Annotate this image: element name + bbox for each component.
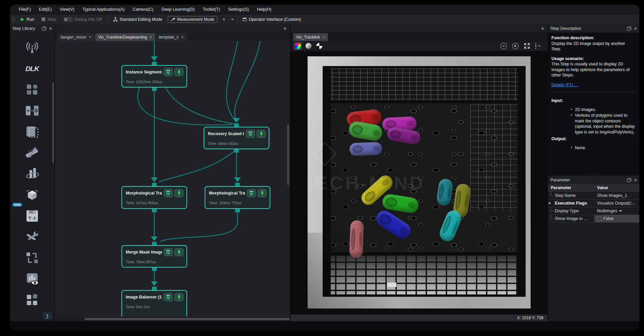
- run-step-button[interactable]: [174, 293, 183, 301]
- contrast-render-button[interactable]: [315, 42, 323, 50]
- menu-item-edit[interactable]: Edit(E): [36, 5, 55, 14]
- collapse-step-button[interactable]: [246, 130, 255, 138]
- viewer-more-menu[interactable]: [535, 43, 541, 49]
- node-morphological-transform-2[interactable]: Morphological Transfo... Time: 159ms 779…: [205, 186, 270, 209]
- node-instance-segmentation[interactable]: Instance Segmentatio... Time: 12915ms 26…: [121, 65, 187, 88]
- display-type-dropdown[interactable]: MultiImges: [594, 209, 639, 213]
- stop-button[interactable]: Stop: [40, 16, 58, 23]
- fit-view-icon[interactable]: [524, 43, 530, 49]
- mode-dropdown-caret[interactable]: [231, 19, 234, 20]
- run-step-button[interactable]: [258, 189, 267, 197]
- menu-item-help[interactable]: Help(H): [254, 5, 275, 14]
- node-image-balancer[interactable]: Image Balancer (1) Time: 0ms 2us: [121, 290, 187, 317]
- tab-close-icon[interactable]: ×: [150, 35, 152, 40]
- node-morphological-transform-1[interactable]: Morphological Transfo... Time: 147ms 955…: [121, 186, 187, 209]
- menu-item-typical-applications[interactable]: Typical Applications(A): [79, 5, 128, 14]
- library-item-save-load[interactable]: [10, 206, 54, 227]
- menu-item-camera[interactable]: Camera(C): [129, 5, 157, 14]
- flow-vertical-scrollbar[interactable]: [287, 125, 289, 185]
- node-merge-mask-images[interactable]: Merge Mask Images (1) Time: 75ms 907us: [121, 245, 187, 268]
- library-item-pose-adjust[interactable]: [10, 163, 54, 184]
- flow-horizontal-scrollbar[interactable]: [55, 317, 290, 321]
- menu-item-view[interactable]: View(V): [56, 5, 78, 14]
- library-item-visualization[interactable]: [10, 269, 54, 290]
- input-port[interactable]: [235, 183, 240, 186]
- tab-close-icon[interactable]: ×: [323, 35, 325, 40]
- close-panel-icon[interactable]: ×: [49, 26, 52, 31]
- tab-close-icon[interactable]: ×: [181, 35, 184, 40]
- library-item-tools[interactable]: [10, 226, 54, 247]
- tab-template-x[interactable]: template_x×: [156, 33, 187, 41]
- library-item-convert[interactable]: [10, 247, 54, 269]
- input-port[interactable]: [152, 183, 157, 186]
- gray-render-button[interactable]: [305, 42, 313, 50]
- step-name-value[interactable]: Show Images_1: [594, 193, 639, 198]
- collapse-step-button[interactable]: [164, 293, 173, 301]
- viewer-panel-close-icon[interactable]: ×: [541, 26, 544, 31]
- menu-item-deep-learning[interactable]: Deep Learning(D): [158, 5, 198, 14]
- cursor-coordinates: X: 1018 Y: 738: [517, 316, 543, 320]
- float-panel-icon[interactable]: [627, 178, 631, 182]
- run-button[interactable]: Run: [19, 16, 36, 23]
- flow-panel-close-icon[interactable]: ×: [283, 26, 286, 31]
- flow-canvas[interactable]: Instance Segmentatio... Time: 12915ms 26…: [55, 41, 290, 317]
- run-step-button[interactable]: [257, 130, 266, 138]
- menu-item-toolkit[interactable]: Toolkit(T): [200, 5, 223, 14]
- output-port[interactable]: [152, 268, 157, 271]
- sidebar-expand-button[interactable]: ❯: [43, 313, 52, 319]
- dock-splitter[interactable]: ······: [548, 172, 639, 176]
- output-port[interactable]: [234, 149, 239, 153]
- library-item-new-package[interactable]: NEW: [10, 184, 54, 206]
- tab-vis-tracklink-deeplearning[interactable]: Vis_Tracklink/Deeplearning×: [95, 33, 155, 41]
- execution-flags-value[interactable]: Visualize Output|C...: [594, 201, 639, 206]
- menu-item-settings[interactable]: Settings(S): [225, 5, 252, 14]
- expand-row-icon[interactable]: [549, 202, 551, 205]
- tab-vis-tracklink[interactable]: Vis_Tracklink×: [293, 33, 328, 41]
- node-recovery-scaled-image[interactable]: Recovery Scaled Ima... Time: 69ms 433us: [204, 127, 269, 149]
- details-link[interactable]: Details (F1) ...: [551, 82, 578, 87]
- run-step-button[interactable]: [174, 68, 183, 76]
- image-view-area[interactable]: MECH-MIND: [290, 51, 547, 315]
- debug-toggle[interactable]: Debug Info Off: [61, 16, 104, 23]
- ruler-pencil-icon: [25, 146, 40, 160]
- collapse-step-button[interactable]: [164, 189, 173, 197]
- input-port[interactable]: [152, 287, 157, 290]
- menu-item-file[interactable]: File(F): [15, 5, 34, 14]
- collapse-step-button[interactable]: [247, 189, 256, 197]
- library-item-misc[interactable]: [10, 289, 54, 311]
- tab-liangan-vision[interactable]: liangan_vision×: [58, 33, 95, 41]
- sidebar-scrollbar[interactable]: [52, 83, 54, 163]
- run-step-button[interactable]: [174, 189, 183, 197]
- standard-editing-mode-button[interactable]: Standard Editing Mode: [111, 16, 164, 23]
- tab-close-icon[interactable]: ×: [89, 35, 92, 40]
- float-panel-icon[interactable]: [42, 26, 46, 31]
- output-port[interactable]: [152, 88, 157, 91]
- input-port[interactable]: [152, 62, 157, 65]
- color-render-button[interactable]: [294, 42, 302, 50]
- input-port[interactable]: [234, 123, 239, 127]
- library-item-basic-steps[interactable]: [10, 79, 54, 100]
- library-item-measure[interactable]: [10, 142, 54, 163]
- output-port[interactable]: [235, 209, 240, 212]
- show-image-checkbox-cell[interactable]: False: [594, 215, 639, 222]
- float-panel-icon[interactable]: [627, 26, 631, 31]
- measurement-mode-button[interactable]: Measurement Mode: [168, 16, 217, 23]
- close-panel-icon[interactable]: ×: [634, 178, 637, 182]
- toggle-off-icon[interactable]: [63, 17, 73, 22]
- toolbar-grip[interactable]: [12, 16, 15, 22]
- close-panel-icon[interactable]: ×: [634, 26, 637, 31]
- output-port[interactable]: [152, 209, 157, 212]
- library-item-roi[interactable]: [10, 121, 54, 143]
- library-item-deep-learning-kit[interactable]: DLK: [10, 58, 54, 79]
- collapse-step-button[interactable]: [164, 68, 173, 76]
- zoom-in-button[interactable]: +: [512, 43, 519, 49]
- input-port[interactable]: [152, 242, 157, 245]
- run-step-button[interactable]: [174, 248, 183, 256]
- zoom-out-button[interactable]: −: [500, 43, 507, 49]
- collapse-step-button[interactable]: [164, 248, 173, 256]
- checkbox-icon[interactable]: [597, 217, 601, 221]
- library-item-communication[interactable]: [10, 37, 54, 58]
- add-mode-button[interactable]: +: [221, 16, 227, 23]
- library-item-data-transfer[interactable]: [10, 100, 54, 121]
- operator-interface-button[interactable]: Operator Interface (Custom): [241, 16, 303, 23]
